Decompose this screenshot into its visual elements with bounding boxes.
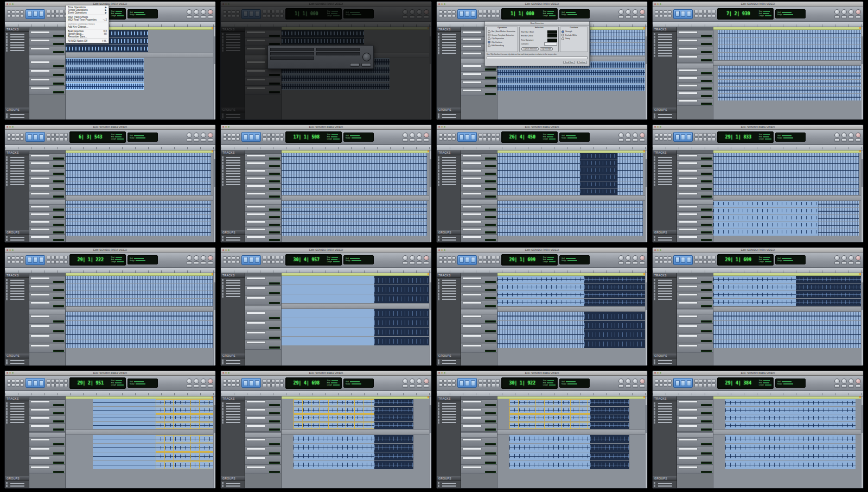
track-list-item[interactable] xyxy=(654,416,675,418)
track-lane[interactable] xyxy=(66,414,215,421)
radio-option[interactable]: Edit Smoothing xyxy=(488,45,516,47)
group-list-item[interactable] xyxy=(438,116,459,118)
rewind-button[interactable] xyxy=(834,379,840,384)
audio-clip[interactable] xyxy=(156,461,215,469)
dialog-field[interactable] xyxy=(270,52,314,55)
timeline-ruler[interactable] xyxy=(653,22,863,27)
track-lane[interactable] xyxy=(713,188,863,195)
track-list-item[interactable] xyxy=(438,47,459,49)
audio-clip[interactable] xyxy=(66,153,211,160)
track-header[interactable] xyxy=(29,276,65,284)
track-list-item[interactable] xyxy=(6,33,28,35)
track-list-item[interactable] xyxy=(438,184,459,186)
return-to-zero-button[interactable] xyxy=(841,138,847,142)
audio-clip[interactable] xyxy=(282,167,427,174)
audio-clip[interactable] xyxy=(282,188,427,195)
beat-detective-action-button[interactable]: Conform xyxy=(577,61,587,65)
vertical-scrollbar[interactable] xyxy=(645,273,647,365)
track-lane[interactable] xyxy=(497,321,647,330)
audio-clip[interactable] xyxy=(66,215,211,222)
track-header[interactable] xyxy=(29,192,65,199)
vertical-scrollbar[interactable] xyxy=(861,150,863,243)
track-lane[interactable] xyxy=(713,53,863,60)
tracks-panel-header[interactable]: TRACKS xyxy=(5,396,29,401)
play-button[interactable] xyxy=(201,379,206,384)
vertical-scrollbar[interactable] xyxy=(213,396,215,489)
return-to-zero-button[interactable] xyxy=(194,15,199,18)
grid-nudge-display[interactable]: Grid Nudge xyxy=(127,255,158,264)
menu-item[interactable]: All MIDI Notes Off⇧⌘. xyxy=(66,40,108,42)
track-name-field[interactable] xyxy=(246,312,266,314)
record-button[interactable] xyxy=(640,9,645,15)
track-list-item[interactable] xyxy=(654,52,675,54)
play-button[interactable] xyxy=(633,133,638,138)
main-counter[interactable]: 29| 1| 833 Start End Length xyxy=(717,131,774,143)
track-header[interactable] xyxy=(461,80,497,88)
audio-clip[interactable] xyxy=(66,291,215,298)
edit-mode-buttons[interactable] xyxy=(25,132,45,142)
audio-clip[interactable] xyxy=(584,312,647,320)
go-to-end-button[interactable] xyxy=(856,15,861,18)
audio-clip[interactable] xyxy=(509,399,590,406)
track-lane[interactable] xyxy=(282,188,431,195)
fast-forward-button[interactable] xyxy=(633,261,638,264)
track-lane[interactable] xyxy=(497,201,647,207)
audio-clip[interactable] xyxy=(374,327,431,336)
shuffle-mode-icon[interactable] xyxy=(675,11,680,17)
track-name-field[interactable] xyxy=(462,154,482,157)
track-header[interactable] xyxy=(461,456,497,465)
track-lane[interactable] xyxy=(66,321,215,330)
track-lane[interactable] xyxy=(497,174,647,181)
main-counter[interactable]: 30| 4| 957 Start End Length xyxy=(285,254,342,266)
audio-clip[interactable] xyxy=(156,444,215,452)
shuffle-mode-icon[interactable] xyxy=(244,11,248,17)
track-lane[interactable] xyxy=(497,167,647,174)
stop-button[interactable] xyxy=(194,9,199,15)
track-header[interactable] xyxy=(677,39,713,46)
track-header[interactable] xyxy=(461,293,497,300)
group-list-item[interactable] xyxy=(6,359,28,362)
tracks-panel-header[interactable]: TRACKS xyxy=(221,150,245,155)
track-name-field[interactable] xyxy=(678,325,698,327)
radio-icon[interactable] xyxy=(561,34,564,36)
track-header[interactable] xyxy=(29,69,65,77)
spot-mode-icon[interactable] xyxy=(249,257,253,263)
vertical-scrollbar[interactable] xyxy=(429,396,431,489)
audio-clip[interactable] xyxy=(713,208,818,215)
track-list-item[interactable] xyxy=(438,52,459,54)
audio-clip[interactable] xyxy=(66,276,215,283)
tracks-panel-header[interactable]: TRACKS xyxy=(653,150,676,155)
track-name-field[interactable] xyxy=(30,169,50,172)
track-list-item[interactable] xyxy=(438,178,459,180)
track-header[interactable] xyxy=(461,161,497,168)
play-button[interactable] xyxy=(201,9,206,15)
track-name-field[interactable] xyxy=(462,408,482,411)
audio-clip[interactable] xyxy=(713,181,859,188)
play-button[interactable] xyxy=(633,379,638,384)
track-list-item[interactable] xyxy=(438,159,459,161)
rewind-button[interactable] xyxy=(834,9,840,15)
audio-clip[interactable] xyxy=(282,181,427,188)
main-counter[interactable]: 26| 4| 450 Start End Length xyxy=(501,131,558,143)
stop-button[interactable] xyxy=(841,133,847,138)
track-lane[interactable] xyxy=(66,66,215,74)
track-lane[interactable] xyxy=(713,174,863,181)
vertical-scrollbar[interactable] xyxy=(213,27,215,119)
track-lane[interactable] xyxy=(66,444,215,452)
track-name-field[interactable] xyxy=(678,92,698,94)
track-lane[interactable] xyxy=(713,167,863,174)
track-name-field[interactable] xyxy=(246,61,266,64)
shuffle-mode-icon[interactable] xyxy=(244,134,248,140)
group-list-item[interactable] xyxy=(222,116,244,118)
metronome-knob-icon[interactable] xyxy=(362,53,371,61)
track-name-field[interactable] xyxy=(30,192,50,195)
track-list-item[interactable] xyxy=(6,49,28,52)
zoom-trim-buttons[interactable] xyxy=(439,134,456,141)
scrollbar-thumb[interactable] xyxy=(646,36,647,64)
track-header[interactable] xyxy=(29,86,65,94)
zoom-trim-buttons[interactable] xyxy=(655,256,672,263)
audio-clip[interactable] xyxy=(590,422,629,429)
return-to-zero-button[interactable] xyxy=(194,138,199,142)
spot-mode-icon[interactable] xyxy=(465,380,469,386)
grid-mode-icon[interactable] xyxy=(39,134,43,140)
